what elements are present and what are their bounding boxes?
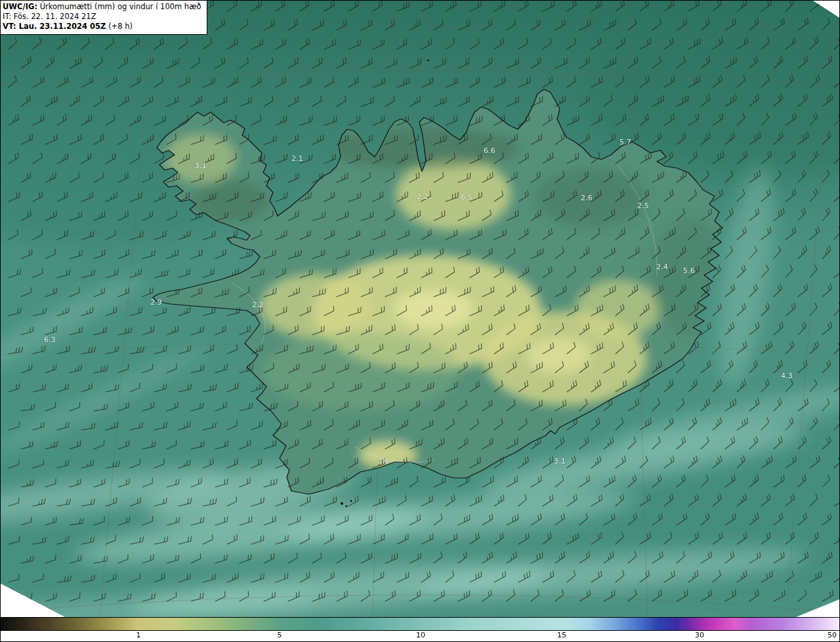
colorbar-tick-label: 30 — [695, 631, 704, 639]
map-title-box: UWC/IG: Úrkomumætti (mm) og vindur í 100… — [1, 1, 207, 35]
map-canvas: 3.12.16.65.72.26.52.62.52.45.62.92.26.34… — [1, 1, 839, 617]
colorbar-gradient — [1, 618, 839, 631]
colorbar-tick-label: 5 — [278, 631, 282, 639]
valid-time-suffix: (+8 h) — [108, 22, 133, 31]
colorbar-tick-label: 15 — [557, 631, 566, 639]
product-title: Úrkomumætti (mm) og vindur í 100m hæð — [40, 2, 201, 11]
product-label: UWC/IG: — [3, 2, 37, 11]
product-title-line: UWC/IG: Úrkomumætti (mm) og vindur í 100… — [3, 2, 201, 12]
weather-map-viewport: 3.12.16.65.72.26.52.62.52.45.62.92.26.34… — [0, 0, 840, 642]
init-time-line: IT: Fös. 22. 11. 2024 21Z — [3, 12, 201, 22]
map-svg — [1, 1, 839, 617]
colorbar: 1510153050 — [1, 617, 839, 641]
valid-time-line: VT: Lau. 23.11.2024 05Z (+8 h) — [3, 22, 201, 32]
colorbar-ticks: 1510153050 — [1, 631, 839, 641]
valid-time-bold: VT: Lau. 23.11.2024 05Z — [3, 22, 106, 31]
colorbar-tick-label: 1 — [136, 631, 140, 639]
colorbar-tick-label: 10 — [416, 631, 425, 639]
colorbar-tick-label: 50 — [828, 631, 837, 639]
